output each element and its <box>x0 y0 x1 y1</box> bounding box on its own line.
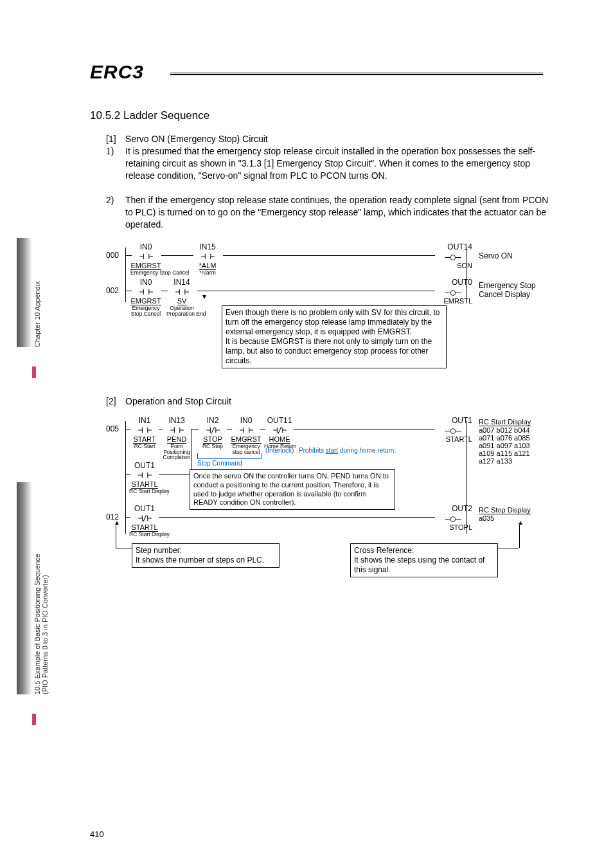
pend-note: Once the servo ON the controller turns O… <box>190 469 395 510</box>
note-ladder1: Even though there is no problem only wit… <box>222 305 447 368</box>
contact-in0-emgrst: IN0 ⊣ ⊢ EMGRST Emergency stop cancel <box>231 416 262 455</box>
sidebar-text-upper: Chapter 10 Appendix <box>33 238 41 347</box>
logo-underline <box>170 73 543 75</box>
page-number: 410 <box>90 829 104 839</box>
item1-num: [1] <box>106 133 116 145</box>
contact-in13: IN13 ⊣ ⊢ PEND Point Positioning Completi… <box>161 416 192 460</box>
stepnum-note: Step number: It shows the number of step… <box>132 543 280 568</box>
tab-graphic-lower <box>17 482 32 694</box>
interlock-label: (Interlock) <box>265 447 294 454</box>
logo: ERC3 <box>90 61 144 83</box>
tab-accent-upper <box>32 366 36 378</box>
sidebar: Chapter 10 Appendix 10.5 Example of Basi… <box>0 0 39 868</box>
coil-out2: OUT2 —○— STOPL <box>434 504 472 531</box>
sidebar-text-lower: 10.5 Example of Basic Positioning Sequen… <box>33 482 49 694</box>
p2-num: 2) <box>106 194 114 206</box>
prohibit-label: Prohibits start during home return. <box>299 447 396 454</box>
contact-out11-home: OUT11 ⊣/⊢ HOME Home Return <box>264 416 295 449</box>
contact-in14: IN14 ⊣ ⊢ SV Operation Preparation End <box>166 278 197 316</box>
ladder2: 005 IN1 ⊣ ⊢ START RC Start IN13 ⊣ ⊢ PEND… <box>106 415 549 595</box>
item2-title: Operation and Stop Circuit <box>125 395 231 408</box>
contact-in1: IN1 ⊣ ⊢ START RC Start <box>129 416 160 449</box>
stop-command-label: Stop Command <box>197 458 262 467</box>
contact-in0-1: IN0 ⊣ ⊢ EMGRST Emergency Stop Cancel <box>130 242 161 276</box>
contact-in2-stop: IN2 ⊣/⊢ STOP RC Stop <box>197 416 228 449</box>
label-servo-on: Servo ON <box>479 251 513 260</box>
coil-out0: OUT0 —○— EMRSTL <box>434 278 472 305</box>
contact-out1-nc: OUT1 ⊣/⊢ STARTL RC Start Display <box>129 504 160 538</box>
tab-accent-lower <box>32 714 36 725</box>
coil-out14: OUT14 —○— SON <box>434 242 472 269</box>
tab-graphic-upper <box>17 238 32 347</box>
p1-num: 1) <box>106 145 114 158</box>
p2-text: Then if the emergency stop release state… <box>125 194 549 231</box>
label-rc-start: RC Start Display a007 b012 b044 a071 a07… <box>479 418 531 465</box>
xref-note: Cross Reference: It shows the steps usin… <box>350 543 498 577</box>
step-002: 002 <box>106 286 119 295</box>
ladder1: 000 IN0 ⊣ ⊢ EMGRST Emergency Stop Cancel… <box>106 241 549 370</box>
step-005: 005 <box>106 424 119 433</box>
step-000: 000 <box>106 251 119 260</box>
item1-title: Servo ON (Emergency Stop) Circuit <box>125 133 268 145</box>
p1-text: It is presumed that the emergency stop r… <box>125 145 549 182</box>
coil-out1: OUT1 —○— STARTL <box>434 416 472 443</box>
section-title: 10.5.2 Ladder Sequence <box>90 109 209 122</box>
item2-num: [2] <box>106 395 116 408</box>
contact-in0-2: IN0 ⊣ ⊢ EMGRST Emergency Stop Cancel <box>130 278 161 316</box>
label-es-cancel: Emergency Stop Cancel Display <box>479 281 536 299</box>
contact-in15: IN15 ⊣ ⊢ *ALM *Alarm <box>192 242 223 276</box>
contact-out1-startl: OUT1 ⊣ ⊢ STARTL RC Start Display <box>129 461 160 494</box>
